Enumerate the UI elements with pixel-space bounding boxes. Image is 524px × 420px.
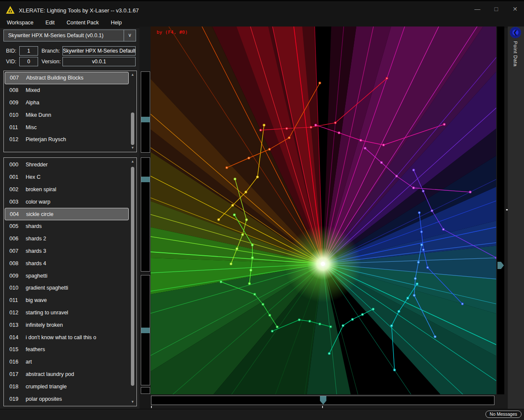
expand-panel-button[interactable]: ❮ bbox=[510, 27, 521, 38]
canvas-vertical-thumb[interactable] bbox=[497, 262, 504, 269]
version-label: Version: bbox=[41, 59, 61, 65]
list-item[interactable]: 011Misc bbox=[5, 121, 129, 133]
list-item-number: 004 bbox=[5, 211, 26, 217]
list-item[interactable]: 012Pieterjan Ruysch bbox=[5, 133, 129, 146]
menu-workspace[interactable]: Workspace bbox=[7, 20, 33, 26]
branch-field[interactable]: Skywriter HPX M-Series Default bbox=[62, 46, 136, 56]
canvas-horizontal-thumb[interactable] bbox=[320, 396, 326, 405]
vertical-slider-2-thumb[interactable] bbox=[141, 177, 150, 182]
list-item[interactable]: 007shards 3 bbox=[5, 245, 129, 257]
list-item-number: 012 bbox=[5, 136, 26, 142]
list-item-number: 012 bbox=[5, 310, 26, 316]
list-item[interactable]: 017abstract laundry pod bbox=[5, 368, 129, 381]
scroll-down-icon[interactable]: ▼ bbox=[130, 145, 136, 151]
list-item-name: color warp bbox=[26, 199, 50, 205]
scrollbar-thumb[interactable] bbox=[131, 167, 134, 386]
list-item-name: Shredder bbox=[26, 162, 47, 168]
list-item[interactable]: 000Shredder bbox=[5, 159, 129, 171]
list-item-name: polar opposites bbox=[26, 396, 62, 402]
scroll-down-icon[interactable]: ▼ bbox=[130, 399, 136, 405]
list-item[interactable]: 019polar opposites bbox=[5, 393, 129, 405]
content-pack-scrollbar[interactable]: ▲ ▼ bbox=[130, 71, 136, 151]
maximize-button[interactable]: □ bbox=[492, 6, 500, 12]
list-item[interactable]: 013infinitely broken bbox=[5, 319, 129, 331]
list-item[interactable]: 018crumpled triangle bbox=[5, 380, 129, 393]
frame-scrollbar[interactable]: ▲ ▼ bbox=[130, 158, 136, 405]
list-item-number: 001 bbox=[5, 174, 26, 180]
point-data-strip bbox=[508, 27, 524, 409]
list-item-name: starting to unravel bbox=[26, 310, 68, 316]
list-item[interactable]: 016art bbox=[5, 356, 129, 368]
list-item[interactable]: 001Hex C bbox=[5, 171, 129, 183]
list-item[interactable]: 015feathers bbox=[5, 343, 129, 356]
close-button[interactable]: ✕ bbox=[511, 6, 519, 12]
list-item[interactable]: 003color warp bbox=[5, 195, 129, 208]
menu-help[interactable]: Help bbox=[111, 20, 122, 26]
vertical-slider-1[interactable] bbox=[141, 71, 150, 153]
bid-field[interactable]: 1 bbox=[19, 46, 38, 56]
list-item-name: Abstract Building Blocks bbox=[26, 75, 83, 81]
list-item-name: Hex C bbox=[26, 174, 41, 180]
list-item-number: 015 bbox=[5, 346, 26, 352]
list-item-name: Mike Dunn bbox=[26, 112, 51, 118]
frame-list: 000Shredder001Hex C002broken spiral003co… bbox=[3, 157, 137, 406]
scroll-up-icon[interactable]: ▲ bbox=[130, 72, 136, 77]
vertical-slider-3-thumb[interactable] bbox=[141, 328, 150, 333]
list-item-name: shards bbox=[26, 223, 42, 229]
list-item[interactable]: 012starting to unravel bbox=[5, 307, 129, 319]
list-item-number: 008 bbox=[5, 87, 26, 93]
list-item[interactable]: 002broken spiral bbox=[5, 183, 129, 196]
vid-field[interactable]: 0 bbox=[19, 57, 38, 66]
list-item[interactable]: 010Mike Dunn bbox=[5, 109, 129, 121]
vertical-slider-1-thumb[interactable] bbox=[141, 117, 150, 122]
tab-point-data[interactable]: Point Data bbox=[513, 41, 518, 67]
list-item[interactable]: 008shards 4 bbox=[5, 257, 129, 269]
list-item[interactable]: 014i don't know what to call this o bbox=[5, 331, 129, 343]
list-item-name: infinitely broken bbox=[26, 322, 63, 328]
list-item-name: shards 4 bbox=[26, 260, 46, 266]
canvas-vertical-scrollbar[interactable] bbox=[497, 27, 504, 394]
list-item-name: Misc bbox=[26, 124, 37, 130]
chevron-down-icon[interactable]: ∨ bbox=[124, 30, 136, 41]
list-item[interactable]: 009spaghetti bbox=[5, 269, 129, 282]
list-item-name: abstract laundry pod bbox=[26, 371, 74, 377]
list-item-name: Alpha bbox=[26, 100, 39, 106]
menu-content-pack[interactable]: Content Pack bbox=[67, 20, 99, 26]
scroll-up-icon[interactable]: ▲ bbox=[130, 159, 136, 164]
horizontal-center-tick bbox=[322, 406, 323, 408]
list-item-number: 019 bbox=[5, 396, 26, 402]
list-item-name: art bbox=[26, 359, 32, 365]
laser-preview-canvas[interactable]: by (F4, #0) bbox=[151, 27, 496, 394]
list-item-number: 018 bbox=[5, 384, 26, 390]
content-pack-rows: 007Abstract Building Blocks008Mixed009Al… bbox=[4, 72, 129, 151]
branch-dropdown-value: Skywriter HPX M-Series Default (v0.0.1) bbox=[8, 30, 104, 41]
list-item-number: 005 bbox=[5, 223, 26, 229]
list-item-number: 013 bbox=[5, 322, 26, 328]
list-item[interactable]: 010gradient spaghetti bbox=[5, 282, 129, 294]
branch-dropdown[interactable]: Skywriter HPX M-Series Default (v0.0.1) … bbox=[3, 30, 136, 41]
list-item[interactable]: 007Abstract Building Blocks bbox=[5, 72, 129, 84]
list-item[interactable]: 006shards 2 bbox=[5, 233, 129, 245]
horizontal-left-tick bbox=[151, 406, 152, 408]
list-item[interactable]: 004sickle circle bbox=[5, 208, 129, 220]
vertical-slider-2[interactable] bbox=[141, 157, 150, 272]
version-field[interactable]: v0.0.1 bbox=[62, 57, 136, 66]
menu-edit[interactable]: Edit bbox=[45, 20, 55, 26]
list-item[interactable]: 005shards bbox=[5, 220, 129, 233]
minimize-button[interactable]: — bbox=[474, 6, 481, 12]
list-item-number: 008 bbox=[5, 260, 26, 266]
list-item-number: 016 bbox=[5, 359, 26, 365]
list-item-name: feathers bbox=[26, 346, 45, 352]
list-item[interactable]: 008Mixed bbox=[5, 84, 129, 97]
list-item-number: 014 bbox=[5, 334, 26, 340]
no-messages-button[interactable]: No Messages bbox=[486, 411, 521, 418]
list-item[interactable]: 009Alpha bbox=[5, 97, 129, 109]
canvas-horizontal-scrollbar[interactable] bbox=[151, 396, 494, 405]
vertical-slider-3[interactable] bbox=[141, 275, 150, 385]
scrollbar-thumb[interactable] bbox=[131, 112, 134, 145]
bid-label: BID: bbox=[6, 48, 16, 54]
vid-label: VID: bbox=[6, 59, 16, 65]
list-item[interactable]: 011big wave bbox=[5, 294, 129, 307]
canvas-frame-label: by (F4, #0) bbox=[157, 30, 188, 35]
list-item-number: 000 bbox=[5, 162, 26, 168]
